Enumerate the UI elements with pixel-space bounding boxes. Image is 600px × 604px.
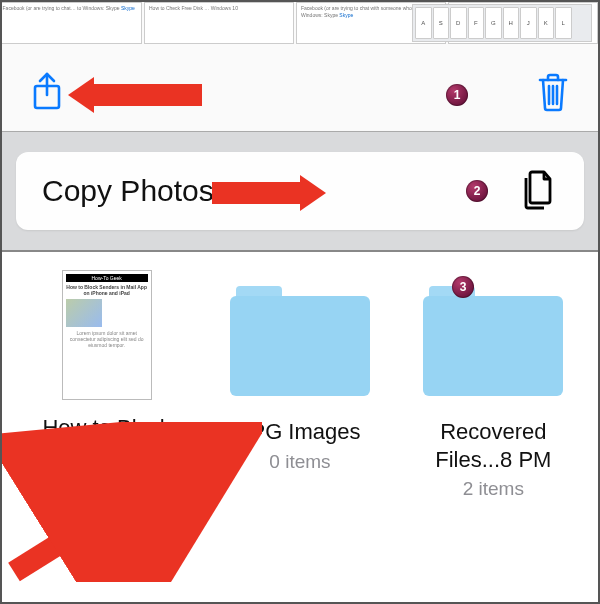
annotation-arrow-2: [212, 182, 302, 204]
thumb-1: of Facebook (or are trying to chat… to W…: [2, 2, 142, 44]
screenshot-panel-3: How-To Geek How to Block Senders in Mail…: [2, 252, 598, 602]
folder-icon: [423, 286, 563, 396]
folder-title: Recovered Files...8 PM: [409, 418, 578, 473]
copy-icon: [518, 166, 558, 216]
folder-count: 2 items: [463, 477, 524, 502]
file-thumbnail: How-To Geek How to Block Senders in Mail…: [62, 270, 152, 400]
screenshot-panel-2: Copy Photos 2: [2, 132, 598, 252]
annotation-arrow-1: [92, 84, 202, 106]
annotation-badge-1: 1: [446, 84, 468, 106]
folder-icon: [230, 286, 370, 396]
thumb-2: How to Check Free Disk … Windows 10: [144, 2, 294, 44]
mini-keyboard: ASDFGHJKL: [412, 4, 592, 42]
svg-line-1: [14, 442, 222, 572]
annotation-badge-3: 3: [452, 276, 474, 298]
screenshot-panel-1: of Facebook (or are trying to chat… to W…: [2, 2, 598, 132]
share-icon[interactable]: [30, 71, 64, 113]
trash-icon[interactable]: [536, 72, 570, 112]
folder-count: 0 items: [269, 450, 330, 475]
annotation-arrow-3: [2, 422, 262, 582]
folder-item-recovered[interactable]: Recovered Files...8 PM 2 items: [409, 270, 578, 522]
annotation-badge-2: 2: [466, 180, 488, 202]
copy-photos-label: Copy Photos: [42, 174, 214, 208]
